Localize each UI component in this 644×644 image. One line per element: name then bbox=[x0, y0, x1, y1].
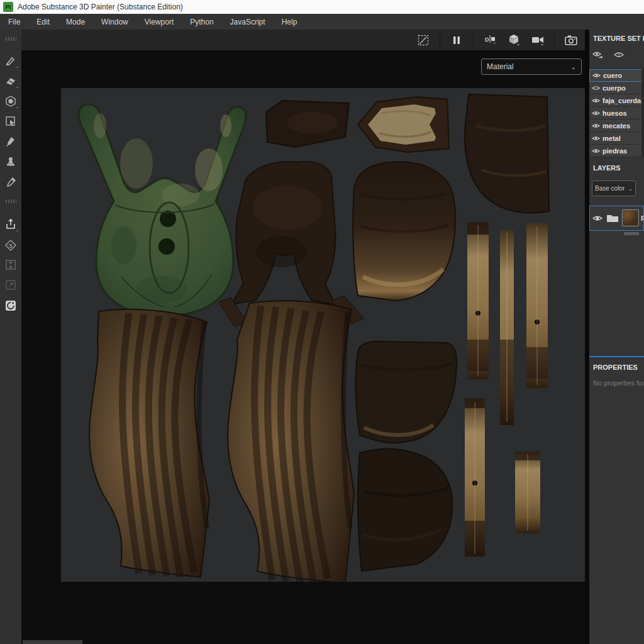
texture-set-item-piedras[interactable]: piedras bbox=[589, 145, 644, 157]
menu-item-python[interactable]: Python bbox=[182, 14, 221, 30]
toolbar-grip-handle[interactable] bbox=[5, 37, 16, 41]
export-textures-button[interactable]: ⌄ bbox=[4, 218, 17, 231]
window-title: Adobe Substance 3D Painter (Substance Ed… bbox=[18, 3, 183, 11]
svg-text:D: D bbox=[485, 36, 489, 43]
pause-engine-button[interactable] bbox=[449, 33, 464, 48]
resources-updater-button[interactable] bbox=[4, 258, 17, 271]
chevron-down-icon: ⌄ bbox=[628, 186, 633, 192]
eye-open-icon[interactable] bbox=[592, 72, 601, 79]
viewport-toolbar: D bbox=[21, 30, 585, 50]
eye-open-icon[interactable] bbox=[592, 97, 600, 104]
solo-visibility-icon[interactable]: 1 bbox=[613, 50, 625, 60]
texture-set-list-title: TEXTURE SET LIST bbox=[593, 35, 644, 42]
eye-open-icon[interactable] bbox=[592, 110, 600, 116]
uv-island-shoulder bbox=[465, 94, 549, 213]
properties-empty-message: No properties found bbox=[593, 379, 643, 387]
toolbar-grip-handle[interactable] bbox=[5, 199, 16, 203]
smudge-tool-button[interactable] bbox=[4, 135, 17, 148]
chevron-down-icon: ⌄ bbox=[15, 228, 19, 233]
panel-divider[interactable] bbox=[585, 30, 589, 644]
texture-set-item-mecates[interactable]: mecates bbox=[589, 119, 644, 132]
svg-text:1: 1 bbox=[618, 52, 621, 58]
uv-island-halfround-a bbox=[355, 341, 457, 443]
uv-island-strips-upper bbox=[467, 222, 548, 425]
properties-accent-line bbox=[589, 356, 644, 357]
toolbar-separator bbox=[440, 33, 440, 48]
uv-island-corset-left bbox=[89, 309, 209, 577]
symmetry-button[interactable]: D bbox=[482, 33, 497, 48]
material-picker-tool-button[interactable] bbox=[4, 176, 17, 189]
chevron-down-icon: ⌄ bbox=[15, 104, 19, 109]
texture-set-item-metal[interactable]: metal bbox=[589, 132, 644, 145]
uv-island-green-mask bbox=[79, 104, 246, 316]
paint-tool-button[interactable]: ⌄ bbox=[4, 55, 17, 67]
texture-set-label: faja_cuerdas bbox=[602, 97, 644, 104]
texture-set-label: mecates bbox=[602, 122, 630, 130]
texture-set-label: metal bbox=[602, 135, 621, 142]
texture-set-label: cuerpo bbox=[602, 84, 626, 92]
menu-item-help[interactable]: Help bbox=[274, 14, 306, 30]
projection-tool-button[interactable]: ⌄ bbox=[4, 95, 17, 108]
menu-item-edit[interactable]: Edit bbox=[28, 14, 58, 30]
uv-island-belt-tip bbox=[358, 97, 449, 152]
uv-island-disc bbox=[353, 162, 455, 301]
menu-item-mode[interactable]: Mode bbox=[58, 14, 93, 30]
chevron-down-icon: ⌄ bbox=[15, 84, 19, 89]
channel-filter-value: Base color bbox=[595, 185, 625, 192]
uv-canvas[interactable] bbox=[61, 88, 585, 582]
menu-item-file[interactable]: File bbox=[0, 14, 28, 30]
toolbar-separator bbox=[554, 33, 555, 48]
chevron-down-icon: ⌄ bbox=[571, 64, 576, 70]
texture-set-item-cuerpo[interactable]: cuerpo bbox=[589, 82, 644, 94]
uv-island-halfround-b bbox=[358, 449, 452, 571]
properties-title: PROPERTIES bbox=[593, 364, 642, 371]
menu-bar: FileEditModeWindowViewportPythonJavaScri… bbox=[0, 14, 644, 30]
texture-set-label: piedras bbox=[602, 147, 627, 155]
texture-set-label: cuero bbox=[603, 72, 622, 79]
screenshot-camera-button[interactable] bbox=[564, 33, 579, 48]
texture-set-item-cuero[interactable]: cuero bbox=[589, 69, 644, 82]
texture-set-label: huesos bbox=[602, 109, 627, 117]
clone-tool-button[interactable] bbox=[4, 155, 17, 168]
substance-resource-button[interactable]: S bbox=[4, 239, 17, 252]
camera-view-button[interactable] bbox=[530, 33, 545, 48]
perspective-cube-button[interactable] bbox=[506, 33, 521, 48]
texture-set-list: cuerocuerpofaja_cuerdashuesosmecatesmeta… bbox=[589, 69, 644, 157]
polygon-fill-tool-button[interactable] bbox=[4, 115, 17, 128]
layer-name: p bbox=[641, 213, 644, 221]
selection-disabled-icon[interactable] bbox=[416, 33, 431, 48]
svg-text:S: S bbox=[9, 243, 13, 249]
channel-filter-dropdown[interactable]: Base color ⌄ bbox=[592, 180, 636, 196]
texture-set-scrollbar[interactable] bbox=[641, 69, 644, 157]
app-icon: Pt bbox=[3, 2, 13, 12]
eraser-tool-button[interactable]: ⌄ bbox=[4, 75, 17, 87]
titlebar: Pt Adobe Substance 3D Painter (Substance… bbox=[0, 0, 644, 14]
sync-visibility-icon[interactable] bbox=[592, 50, 603, 60]
left-toolbar: ⌄ ⌄ ⌄ ⌄ S bbox=[0, 30, 21, 644]
texture-set-item-faja_cuerdas[interactable]: faja_cuerdas bbox=[589, 94, 644, 107]
uv-island-vest bbox=[232, 162, 336, 305]
display-settings-button[interactable] bbox=[4, 279, 17, 291]
shading-mode-dropdown[interactable]: Material ⌄ bbox=[481, 58, 582, 75]
eye-open-icon[interactable] bbox=[592, 135, 600, 142]
texture-set-item-huesos[interactable]: huesos bbox=[589, 107, 644, 119]
folder-icon bbox=[606, 213, 619, 223]
toolbar-separator bbox=[473, 33, 474, 48]
horizontal-scrollbar[interactable] bbox=[23, 640, 82, 644]
texture-set-toolbar: 1 bbox=[592, 50, 625, 60]
menu-item-viewport[interactable]: Viewport bbox=[136, 14, 182, 30]
eye-open-icon[interactable] bbox=[592, 148, 600, 154]
layer-opacity-bar[interactable] bbox=[624, 232, 639, 235]
uv-islands-art bbox=[61, 88, 585, 582]
shading-mode-value: Material bbox=[487, 62, 514, 71]
viewport-2d[interactable]: D Material ⌄ bbox=[21, 30, 585, 644]
chevron-down-icon: ⌄ bbox=[15, 64, 19, 69]
right-panel: TEXTURE SET LIST 1 cuerocuerpofaja_cuerd… bbox=[589, 30, 644, 644]
eye-closed-icon[interactable] bbox=[592, 85, 600, 91]
menu-item-javascript[interactable]: JavaScript bbox=[222, 14, 274, 30]
viewer-settings-button[interactable] bbox=[4, 299, 17, 312]
menu-item-window[interactable]: Window bbox=[93, 14, 136, 30]
eye-open-icon[interactable] bbox=[592, 214, 602, 222]
eye-open-icon[interactable] bbox=[592, 123, 600, 129]
layer-thumbnail[interactable] bbox=[622, 209, 639, 226]
